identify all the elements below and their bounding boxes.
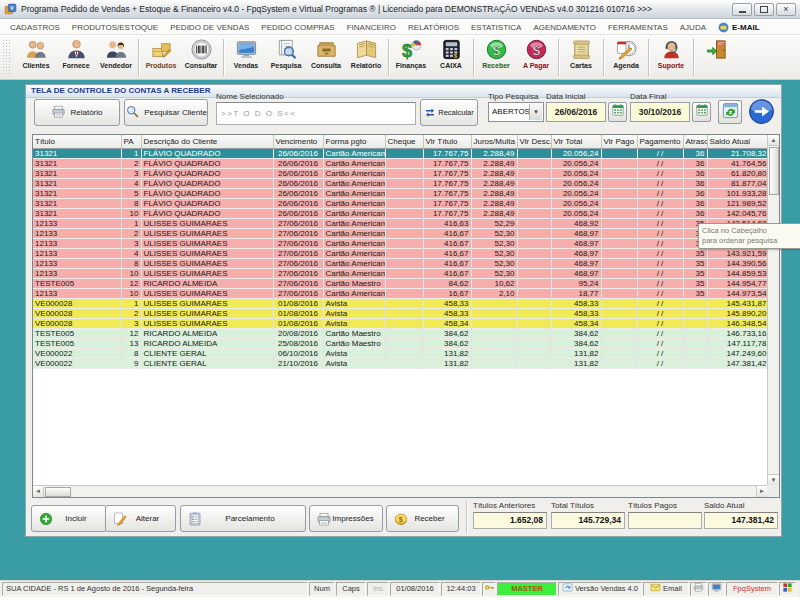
- table-row[interactable]: 313215FLÁVIO QUADRADO26/06/2016Cartão Am…: [33, 188, 767, 198]
- search-client-button[interactable]: Pesquisar Cliente: [124, 99, 208, 126]
- menu-item-pedido-de-vendas[interactable]: PEDIDO DE VENDAS: [164, 23, 255, 32]
- toolbar-vendas-button[interactable]: Vendas: [226, 36, 266, 79]
- start-date-field[interactable]: 26/06/2016: [546, 102, 606, 122]
- selected-name-field[interactable]: >>T O D O S<<: [216, 102, 416, 125]
- recalculate-button[interactable]: Recalcular: [420, 99, 478, 126]
- menu-item-relatorios[interactable]: RELATÓRIOS: [402, 23, 465, 32]
- menu-item-email[interactable]: E-MAIL: [712, 22, 766, 33]
- column-header-cheque[interactable]: Cheque: [385, 135, 423, 148]
- chevron-down-icon[interactable]: ▼: [529, 104, 542, 120]
- menu-item-cadastros[interactable]: CADASTROS: [4, 23, 66, 32]
- table-row[interactable]: TESTE00512RICARDO ALMEIDA20/08/2016Cartã…: [33, 328, 767, 338]
- toolbar-suporte-button[interactable]: Suporte: [651, 36, 691, 79]
- column-header-forma-pgto[interactable]: Forma pgto: [323, 135, 385, 148]
- vertical-scroll-thumb[interactable]: [769, 147, 779, 195]
- table-row[interactable]: 1213310ULISSES GUIMARAES27/06/2016Cartão…: [33, 288, 767, 298]
- column-header-atraso[interactable]: Atraso: [683, 135, 707, 148]
- table-row[interactable]: 313212FLÁVIO QUADRADO26/06/2016Cartão Am…: [33, 158, 767, 168]
- toolbar-consulta-button[interactable]: Consulta: [306, 36, 346, 79]
- report-button[interactable]: Relatório: [34, 99, 120, 126]
- vertical-scrollbar[interactable]: ▲ ▼: [767, 135, 779, 485]
- toolbar-a-pagar-button[interactable]: $A Pagar: [516, 36, 556, 79]
- toolbar-fornece-button[interactable]: Fornece: [56, 36, 96, 79]
- toolbar-financas-button[interactable]: $Finanças: [391, 36, 431, 79]
- table-row[interactable]: 121338ULISSES GUIMARAES27/06/2016Cartão …: [33, 258, 767, 268]
- column-header-vlr-desc[interactable]: Vlr Desc.: [517, 135, 551, 148]
- cell-descricao-do-cliente: FLÁVIO QUADRADO: [141, 198, 273, 208]
- menu-item-ajuda[interactable]: AJUDA: [674, 23, 712, 32]
- toolbar-caixa-button[interactable]: $CAIXA: [431, 36, 471, 79]
- column-header-juros-multa[interactable]: Juros/Multa: [471, 135, 517, 148]
- scroll-right-icon[interactable]: ►: [756, 486, 767, 497]
- refresh-button[interactable]: [718, 100, 742, 124]
- scroll-left-icon[interactable]: ◄: [33, 486, 44, 497]
- table-row[interactable]: VE0000229CLIENTE GERAL21/10/2016Avista13…: [33, 358, 767, 368]
- scroll-down-icon[interactable]: ▼: [768, 474, 779, 485]
- column-header-descricao-do-cliente[interactable]: Descrição do Cliente: [141, 135, 273, 148]
- table-row[interactable]: VE0000281ULISSES GUIMARAES01/08/2016Avis…: [33, 298, 767, 308]
- toolbar-receber-button[interactable]: $Receber: [476, 36, 516, 79]
- menu-item-produtos-estoque[interactable]: PRODUTOS/ESTOQUE: [66, 23, 164, 32]
- cell-vlr-desc: [517, 238, 551, 248]
- go-button[interactable]: [748, 98, 775, 125]
- toolbar-exit-button[interactable]: EXIT: [696, 36, 736, 79]
- column-header-saldo-atual[interactable]: Saldo Atual: [707, 135, 767, 148]
- restore-button[interactable]: [754, 3, 774, 16]
- toolbar-agenda-button[interactable]: Agenda: [606, 36, 646, 79]
- column-header-vlr-pago[interactable]: Vlr Pago: [601, 135, 637, 148]
- column-header-pagamento[interactable]: Pagamento: [637, 135, 683, 148]
- table-row[interactable]: TESTE00512RICARDO ALMEIDA27/06/2016Cartã…: [33, 278, 767, 288]
- column-header-vlr-titulo[interactable]: Vlr Título: [423, 135, 471, 148]
- cell-saldo-atual: 144.859,53: [707, 268, 767, 278]
- column-header-vencimento[interactable]: Vencimento: [273, 135, 323, 148]
- table-row[interactable]: 313211FLÁVIO QUADRADO26/06/2016Cartão Am…: [33, 148, 767, 158]
- horizontal-scrollbar[interactable]: ◄ ►: [33, 485, 767, 497]
- menu-item-agendamento[interactable]: AGENDAMENTO: [527, 23, 602, 32]
- table-row[interactable]: 121334ULISSES GUIMARAES27/06/2016Cartão …: [33, 248, 767, 258]
- end-date-field[interactable]: 30/10/2016: [630, 102, 690, 122]
- column-header-pa[interactable]: PA: [121, 135, 141, 148]
- toolbar-vendedor-button[interactable]: Vendedor: [96, 36, 136, 79]
- toolbar-relatorio-button[interactable]: Relatório: [346, 36, 386, 79]
- table-row[interactable]: VE0000228CLIENTE GERAL06/10/2016Avista13…: [33, 348, 767, 358]
- table-row[interactable]: VE0000282ULISSES GUIMARAES01/08/2016Avis…: [33, 308, 767, 318]
- menu-item-ferramentas[interactable]: FERRAMENTAS: [602, 23, 674, 32]
- cell-pagamento: / /: [637, 258, 683, 268]
- column-header-vlr-total[interactable]: Vlr Total: [551, 135, 601, 148]
- cell-saldo-atual: 21.708,32: [707, 148, 767, 158]
- horizontal-scroll-thumb[interactable]: [45, 487, 71, 497]
- scroll-up-icon[interactable]: ▲: [768, 135, 779, 146]
- cell-saldo-atual: 147.249,60: [707, 348, 767, 358]
- menu-item-financeiro[interactable]: FINANCEIRO: [341, 23, 402, 32]
- table-row[interactable]: 313214FLÁVIO QUADRADO26/06/2016Cartão Am…: [33, 178, 767, 188]
- table-row[interactable]: 121331ULISSES GUIMARAES27/06/2016Cartão …: [33, 218, 767, 228]
- table-row[interactable]: 313218FLÁVIO QUADRADO26/06/2016Cartão Am…: [33, 198, 767, 208]
- end-date-calendar-button[interactable]: [692, 102, 711, 122]
- table-row[interactable]: TESTE00513RICARDO ALMEIDA25/08/2016Cartã…: [33, 338, 767, 348]
- table-row[interactable]: 121333ULISSES GUIMARAES27/06/2016Cartão …: [33, 238, 767, 248]
- incluir-button[interactable]: Incluir: [31, 505, 107, 532]
- toolbar-consultar-button[interactable]: Consultar: [181, 36, 221, 79]
- toolbar-cartas-button[interactable]: Cartas: [561, 36, 601, 79]
- table-row[interactable]: 1213310ULISSES GUIMARAES27/06/2016Cartão…: [33, 268, 767, 278]
- cell-pa: 8: [121, 198, 141, 208]
- close-button[interactable]: ×: [776, 3, 796, 16]
- toolbar-produtos-button[interactable]: Produtos: [141, 36, 181, 79]
- menu-item-estatistica[interactable]: ESTATISTICA: [465, 23, 527, 32]
- toolbar-pesquisa-button[interactable]: Pesquisa: [266, 36, 306, 79]
- column-header-titulo[interactable]: Título: [33, 135, 121, 148]
- table-row[interactable]: 313213FLÁVIO QUADRADO26/06/2016Cartão Am…: [33, 168, 767, 178]
- minimize-button[interactable]: [732, 3, 752, 16]
- table-row[interactable]: VE0000283ULISSES GUIMARAES01/08/2016Avis…: [33, 318, 767, 328]
- table-row[interactable]: 121332ULISSES GUIMARAES27/06/2016Cartão …: [33, 228, 767, 238]
- menu-item-pedido-compras[interactable]: PEDIDO COMPRAS: [255, 23, 340, 32]
- parcelamento-button[interactable]: Parcelamento: [180, 505, 306, 532]
- receber-button[interactable]: $Receber: [386, 505, 459, 532]
- search-type-dropdown[interactable]: ABERTOS ▼: [488, 102, 544, 122]
- toolbar-clientes-button[interactable]: Clientes: [16, 36, 56, 79]
- cell-atraso: [683, 308, 707, 318]
- impressoes-button[interactable]: Impressões: [309, 505, 383, 532]
- alterar-button[interactable]: Alterar: [105, 505, 176, 532]
- table-row[interactable]: 3132110FLÁVIO QUADRADO26/06/2016Cartão A…: [33, 208, 767, 218]
- start-date-calendar-button[interactable]: [608, 102, 627, 122]
